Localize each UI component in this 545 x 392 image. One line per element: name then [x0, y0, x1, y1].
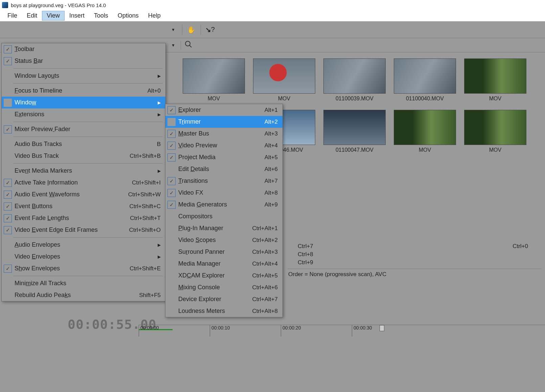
menu-shortcut: Alt+4 [265, 142, 278, 149]
view-menu-item-event-buttons[interactable]: ✓Event ButtonsCtrl+Shift+C [2, 200, 165, 212]
menu-item-label: Status Bar [13, 57, 161, 65]
thumbnail-image [394, 110, 456, 145]
menu-item-label: Toolbar [13, 46, 161, 53]
thumbnail-label: MOV [208, 96, 220, 102]
menu-shortcut: Ctrl+Shift+B [130, 153, 161, 160]
menu-item-label: Edit Details [177, 166, 265, 173]
menu-shortcut: Ctrl+Shift+O [129, 227, 161, 234]
timeline-marker[interactable] [380, 325, 384, 331]
view-menu-separator [13, 163, 163, 164]
menu-item-label: Active Take Information [13, 179, 132, 186]
menu-shortcut: Ctrl+Shift+C [129, 203, 161, 210]
media-thumbnail[interactable]: MOV [394, 110, 456, 153]
menu-item-label: Media Manager [177, 260, 252, 267]
menu-shortcut: Alt+5 [265, 154, 278, 161]
menu-shortcut: Ctrl+Alt+2 [252, 237, 278, 244]
menu-item-label: Mixing Console [177, 284, 252, 291]
view-menu-item-event-media-markers[interactable]: Event Media Markers▶ [2, 165, 165, 177]
view-menu-item-audio-bus-tracks[interactable]: Audio Bus TracksB [2, 138, 165, 150]
context-help-icon[interactable]: ↘? [206, 25, 214, 34]
media-thumbnail[interactable]: 01100040.MOV [394, 58, 456, 102]
menu-shortcut: Ctrl+Alt+6 [252, 284, 278, 291]
media-thumbnail[interactable]: MOV [464, 58, 526, 102]
window-submenu-item-loudness-meters[interactable]: Loudness MetersCtrl+Alt+8 [165, 305, 282, 317]
menu-item-label: Audio Envelopes [13, 241, 155, 248]
window-submenu-item-master-bus[interactable]: ✓Master BusAlt+3 [165, 128, 282, 140]
view-menu: ✓Toolbar✓Status BarWindow Layouts▶Focus … [1, 43, 166, 301]
thumbnail-image [464, 110, 526, 145]
window-submenu-item-plug-in-manager[interactable]: Plug-In ManagerCtrl+Alt+1 [165, 222, 282, 234]
menu-help[interactable]: Help [143, 11, 165, 21]
window-submenu-item-edit-details[interactable]: Edit DetailsAlt+6 [165, 163, 282, 175]
menu-item-label: Video Scopes [177, 237, 252, 244]
menu-shortcut: Alt+1 [265, 107, 278, 114]
menu-item-label: Video Preview [177, 142, 265, 149]
window-submenu-item-xdcam-explorer[interactable]: XDCAM ExplorerCtrl+Alt+5 [165, 270, 282, 281]
window-submenu-item-device-explorer[interactable]: Device ExplorerCtrl+Alt+7 [165, 293, 282, 305]
view-menu-item-active-take-information[interactable]: ✓Active Take InformationCtrl+Shift+I [2, 177, 165, 189]
view-menu-item-status-bar[interactable]: ✓Status Bar [2, 55, 165, 67]
menu-item-label: Device Explorer [177, 296, 252, 303]
window-submenu-item-video-fx[interactable]: ✓Video FXAlt+8 [165, 187, 282, 199]
menu-options[interactable]: Options [113, 11, 143, 21]
view-menu-item-window-layouts[interactable]: Window Layouts▶ [2, 70, 165, 82]
menu-item-label: Extensions [13, 111, 155, 118]
view-menu-item-audio-envelopes[interactable]: Audio Envelopes▶ [2, 239, 165, 251]
timeline-ruler[interactable]: 00:00:0000:00:1000:00:2000:00:30 [139, 325, 545, 336]
view-menu-item-rebuild-audio-peaks[interactable]: Rebuild Audio PeaksShift+F5 [2, 289, 165, 301]
window-submenu-item-compositors[interactable]: Compositors [165, 211, 282, 222]
window-submenu-item-media-manager[interactable]: Media ManagerCtrl+Alt+4 [165, 258, 282, 270]
media-thumbnail[interactable]: MOV [183, 58, 245, 102]
view-menu-item-show-envelopes[interactable]: ✓Show EnvelopesCtrl+Shift+E [2, 263, 165, 274]
view-menu-item-window[interactable]: Window▶ [2, 97, 165, 108]
view-menu-item-video-event-edge-edit-frames[interactable]: ✓Video Event Edge Edit FramesCtrl+Shift+… [2, 224, 165, 236]
window-submenu-item-trimmer[interactable]: TrimmerAlt+2 [165, 116, 282, 128]
menu-item-label: Explorer [177, 106, 265, 114]
media-thumbnail[interactable]: MOV [253, 58, 315, 102]
menu-item-label: Focus to Timeline [13, 87, 147, 94]
view-menu-item-focus-to-timeline[interactable]: Focus to TimelineAlt+0 [2, 85, 165, 97]
window-submenu-item-mixing-console[interactable]: Mixing ConsoleCtrl+Alt+6 [165, 281, 282, 293]
media-thumbnail[interactable]: 01100047.MOV [323, 110, 386, 153]
check-icon: ✓ [167, 153, 176, 162]
menu-tools[interactable]: Tools [89, 11, 113, 21]
menu-item-label: Rebuild Audio Peaks [13, 292, 139, 299]
window-submenu-item-video-scopes[interactable]: Video ScopesCtrl+Alt+2 [165, 234, 282, 246]
view-menu-item-event-fade-lengths[interactable]: ✓Event Fade LengthsCtrl+Shift+T [2, 212, 165, 224]
thumbnail-image [253, 58, 315, 94]
view-menu-item-toolbar[interactable]: ✓Toolbar [2, 43, 165, 55]
menu-item-label: Event Fade Lengths [13, 215, 130, 222]
toolbar-dropdown[interactable]: ▼ [169, 26, 177, 33]
window-submenu-item-surround-panner[interactable]: Surround PannerCtrl+Alt+3 [165, 246, 282, 258]
check-icon: ✓ [4, 265, 12, 273]
check-icon: ✓ [4, 214, 12, 222]
view-menu-item-extensions[interactable]: Extensions▶ [2, 108, 165, 120]
hand-tool-icon[interactable]: ✋ [187, 25, 196, 34]
window-submenu-item-project-media[interactable]: ✓Project MediaAlt+5 [165, 151, 282, 163]
search-view-dropdown[interactable]: ▼ [169, 42, 177, 49]
view-menu-separator [13, 237, 163, 238]
view-menu-item-audio-event-waveforms[interactable]: ✓Audio Event WaveformsCtrl+Shift+W [2, 189, 165, 200]
view-menu-item-video-bus-track[interactable]: Video Bus TrackCtrl+Shift+B [2, 150, 165, 162]
menu-file[interactable]: File [3, 11, 22, 21]
media-thumbnail[interactable]: 01100039.MOV [323, 58, 386, 102]
thumbnail-image [323, 110, 386, 145]
menu-edit[interactable]: Edit [22, 11, 42, 21]
window-submenu-item-explorer[interactable]: ✓ExplorerAlt+1 [165, 104, 282, 116]
view-menu-item-minimize-all-tracks[interactable]: Minimize All Tracks [2, 277, 165, 289]
check-icon: ✓ [167, 189, 176, 197]
check-icon: ✓ [4, 202, 12, 211]
search-icon[interactable] [184, 40, 192, 50]
app-icon [2, 2, 8, 8]
window-submenu-item-video-preview[interactable]: ✓Video PreviewAlt+4 [165, 140, 282, 151]
thumbnail-label: MOV [419, 147, 431, 153]
menu-item-label: Compositors [177, 213, 278, 220]
menu-view[interactable]: View [42, 11, 65, 21]
menu-insert[interactable]: Insert [65, 11, 89, 21]
window-submenu-item-transitions[interactable]: ✓TransitionsAlt+7 [165, 175, 282, 187]
media-thumbnail[interactable]: MOV [464, 110, 526, 153]
view-menu-item-mixer-preview-fader[interactable]: ✓Mixer Preview Fader [2, 123, 165, 135]
view-menu-item-video-envelopes[interactable]: Video Envelopes▶ [2, 251, 165, 263]
window-submenu-item-media-generators[interactable]: ✓Media GeneratorsAlt+9 [165, 199, 282, 211]
toolbar: ▼ ✋ ↘? [0, 21, 545, 38]
